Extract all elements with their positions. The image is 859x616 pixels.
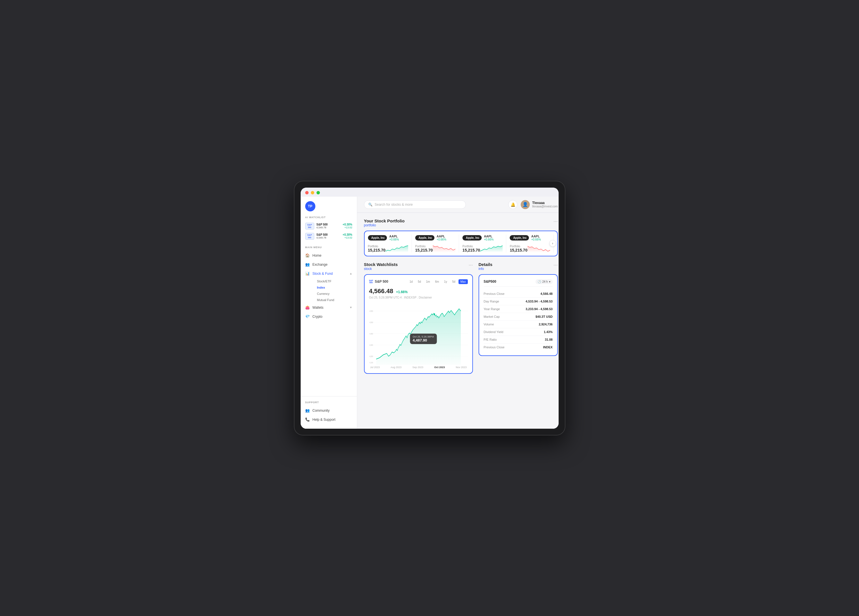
sidebar-item-help[interactable]: 📞 Help & Support <box>301 415 357 424</box>
detail-row-0: Previous Close 4,566.48 <box>484 290 553 298</box>
svg-text:4,500: 4,500 <box>369 310 373 312</box>
card-1-ticker-info: AAPL +0.66% <box>389 235 399 241</box>
portfolio-card-4-header: Apple, Inc AAPL +0.66% <box>510 235 550 241</box>
traffic-light-red[interactable] <box>305 191 309 194</box>
svg-text:4,300: 4,300 <box>369 344 373 346</box>
watchlist-title: Stock Watchlists <box>364 262 398 267</box>
detail-row-5: Dividend Yield 1.43% <box>484 328 553 336</box>
detail-value-4: 2,924,736 <box>539 322 553 326</box>
clock-icon: 🕐 <box>538 280 541 283</box>
time-btn-1y[interactable]: 1y <box>442 279 449 284</box>
tooltip-date: Oct 25, 5:26:38PM <box>413 335 434 338</box>
time-btn-1m[interactable]: 1m <box>424 279 432 284</box>
details-section: Details info ··· S&P500 🕐 <box>479 262 558 374</box>
time-filters: 1d 5d 1m 6m 1y 5d Max <box>408 279 468 284</box>
portfolio-cards-container: Apple, Inc AAPL +0.66% Portfol <box>364 231 558 256</box>
sidebar-item-index[interactable]: Index <box>312 285 357 291</box>
sidebar: TP AI WATCHLIST S&P 500 S&P 500 4,549.78… <box>301 197 357 429</box>
sidebar-item-home-label: Home <box>312 253 322 258</box>
portfolio-scroll-next-button[interactable]: › <box>549 240 556 247</box>
detail-label-0: Previous Close <box>484 292 504 295</box>
watchlist-more-button[interactable]: ··· <box>469 262 473 268</box>
sidebar-item-crypto[interactable]: 💎 Crypto <box>301 312 357 321</box>
portfolio-card-2-footer: Portfolio 15,215.70 <box>415 243 455 252</box>
svg-marker-2 <box>480 245 503 252</box>
sidebar-item-exchange-label: Exchange <box>312 263 328 267</box>
traffic-light-green[interactable] <box>317 191 320 194</box>
sidebar-item-currency[interactable]: Currency <box>312 291 357 297</box>
portfolio-title: Your Stock Portfolio <box>364 219 405 223</box>
sidebar-item-home[interactable]: 🏠 Home <box>301 251 357 260</box>
portfolio-card-4-footer: Portfolio 15,215.70 <box>510 243 550 252</box>
portfolio-more-button[interactable]: ··· <box>553 219 558 224</box>
search-bar[interactable]: 🔍 Search for stocks & more <box>364 200 466 209</box>
apple-badge-2: Apple, Inc <box>415 235 434 241</box>
watchlist-badge-1: S&P 500 <box>305 223 314 230</box>
detail-value-0: 4,566.48 <box>540 292 553 295</box>
detail-label-1: Day Range <box>484 300 499 303</box>
card-3-ticker-info: AAPL +0.66% <box>484 235 494 241</box>
stock-watchlist-section: Stock Watchlists stock ··· S&P <box>364 262 473 374</box>
portfolio-card-1-footer: Portfolio 15,215.70 <box>368 243 408 252</box>
detail-row-3: Market Cap $40.3T USD <box>484 313 553 321</box>
portfolio-card-1-value-wrap: Portfolio 15,215.70 <box>368 245 386 252</box>
chart-tooltip: Oct 25, 5:26:38PM 4,487.90 <box>410 334 437 344</box>
time-btn-5d2[interactable]: 5d <box>450 279 458 284</box>
traffic-lights <box>301 188 559 197</box>
watchlist-section-header: Stock Watchlists stock ··· <box>364 262 473 271</box>
portfolio-card-3[interactable]: Apple, Inc AAPL +0.66% Portfol <box>462 235 506 252</box>
details-time-badge[interactable]: 🕐 24 h ▾ <box>536 279 552 284</box>
stock-price: 4,566.48 <box>369 288 394 295</box>
user-avatar: 👤 <box>521 200 530 209</box>
portfolio-card-3-footer: Portfolio 15,215.70 <box>462 243 503 252</box>
detail-value-7: INDEX <box>543 346 553 349</box>
detail-row-7: Previous Close INDEX <box>484 344 553 351</box>
detail-value-5: 1.43% <box>544 330 552 334</box>
time-btn-max[interactable]: Max <box>459 279 468 284</box>
details-header-left: Details info <box>479 262 492 271</box>
portfolio-card-4[interactable]: Apple, Inc AAPL +0.66% Portfol <box>510 235 553 252</box>
time-btn-6m[interactable]: 6m <box>433 279 441 284</box>
apple-badge-1: Apple, Inc <box>368 235 387 241</box>
details-more-button[interactable]: ··· <box>553 262 558 268</box>
time-btn-1d[interactable]: 1d <box>408 279 415 284</box>
chevron-up-icon: ▲ <box>350 272 352 275</box>
apple-badge-4: Apple, Inc <box>510 235 529 241</box>
mini-chart-4 <box>528 243 550 252</box>
wallets-icon: 👛 <box>305 305 310 310</box>
main-menu-label: MAIN MENU <box>301 246 357 249</box>
stock-price-row: 4,566.48 +1.66% <box>369 288 468 295</box>
detail-value-3: $40.3T USD <box>536 315 553 318</box>
watchlist-change-2: +0.30% +13.02 <box>342 233 352 239</box>
time-btn-5d[interactable]: 5d <box>416 279 423 284</box>
portfolio-card-2[interactable]: Apple, Inc AAPL +0.66% Portfol <box>415 235 459 252</box>
portfolio-card-2-header: Apple, Inc AAPL +0.66% <box>415 235 455 241</box>
sidebar-item-exchange[interactable]: 👥 Exchange <box>301 260 357 269</box>
detail-label-4: Volume <box>484 322 494 326</box>
detail-value-6: 31.08 <box>545 338 553 341</box>
watchlist-item-1[interactable]: S&P 500 S&P 500 4,549.78 +0.30% +13.02 <box>301 221 357 231</box>
portfolio-sub: portfolio <box>364 223 405 227</box>
user-info: 👤 Tlexaaa tlexaaa@invest.com <box>521 200 558 209</box>
portfolio-card-1[interactable]: Apple, Inc AAPL +0.66% Portfol <box>368 235 412 252</box>
sidebar-item-wallets[interactable]: 👛 Wallets ▼ <box>301 303 357 312</box>
traffic-light-yellow[interactable] <box>311 191 314 194</box>
mini-chart-3 <box>480 243 503 252</box>
card-2-ticker-info: AAPL +0.66% <box>437 235 446 241</box>
top-header: 🔍 Search for stocks & more 🔔 👤 Tlexaaa t… <box>357 197 559 213</box>
notification-bell-button[interactable]: 🔔 <box>508 200 517 209</box>
search-icon: 🔍 <box>368 203 373 206</box>
sidebar-item-stock-etf[interactable]: Stock/ETF <box>312 278 357 285</box>
watchlist-item-2[interactable]: S&P 500 S&P 500 4,549.78 +0.30% +13.02 <box>301 231 357 241</box>
sidebar-item-stock-fund[interactable]: 📊 Stock & Fund ▲ <box>301 269 357 278</box>
community-icon: 👥 <box>305 408 310 413</box>
sidebar-item-stock-fund-label: Stock & Fund <box>312 272 333 275</box>
app-container: TP AI WATCHLIST S&P 500 S&P 500 4,549.78… <box>301 197 559 429</box>
svg-text:4,100: 4,100 <box>369 361 373 363</box>
home-icon: 🏠 <box>305 253 310 258</box>
avatar[interactable]: TP <box>305 201 315 211</box>
sidebar-item-community[interactable]: 👥 Community <box>301 406 357 415</box>
sidebar-item-mutual-fund[interactable]: Mutual Fund <box>312 297 357 303</box>
portfolio-card-3-header: Apple, Inc AAPL +0.66% <box>462 235 503 241</box>
user-name: Tlexaaa <box>532 201 558 205</box>
